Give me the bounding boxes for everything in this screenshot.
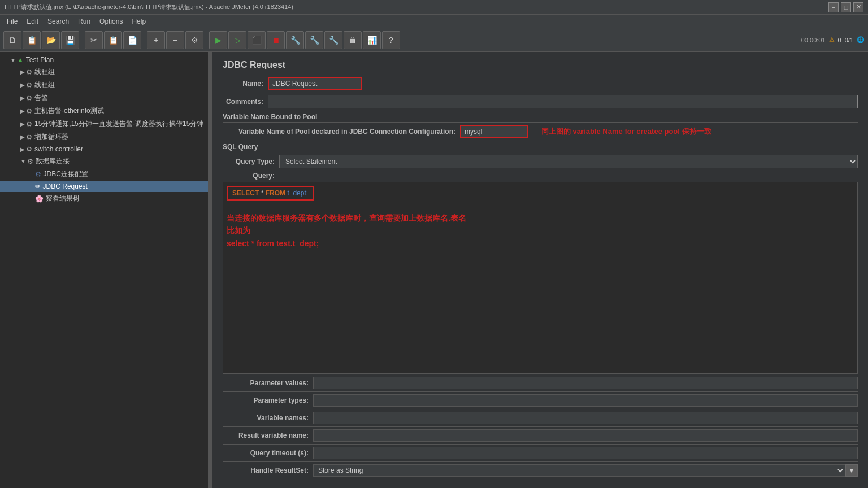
query-label: Query: xyxy=(223,172,279,180)
variable-names-input[interactable] xyxy=(313,412,858,424)
minimize-button[interactable]: − xyxy=(828,2,839,12)
tree-arrow: ▼ xyxy=(20,158,26,164)
toolbar-help[interactable]: ? xyxy=(382,31,400,49)
toolbar-toggle[interactable]: ⚙ xyxy=(185,31,203,49)
tree-icon-host-alarm: ⚙ xyxy=(26,107,32,115)
tree-arrow: ▶ xyxy=(20,82,25,88)
comments-input[interactable] xyxy=(268,95,858,108)
tree-icon-15min: ⚙ xyxy=(26,120,32,128)
close-button[interactable]: ✕ xyxy=(853,2,863,12)
query-section: Query: SELECT * FROM t_dept; 当连接的数据库服务器有… xyxy=(223,172,858,374)
query-type-select[interactable]: Select Statement Update Statement Callab… xyxy=(279,155,858,168)
toolbar-status: 00:00:01 ⚠ 0 0/1 🌐 xyxy=(801,36,865,43)
query-type-row: Query Type: Select Statement Update Stat… xyxy=(223,155,858,168)
tree-label-host-alarm: 主机告警-otherinfo测试 xyxy=(34,106,104,116)
result-var-row: Result variable name: xyxy=(223,426,858,444)
var-bound-section: Variable Name Bound to Pool xyxy=(223,113,858,123)
tree-item-host-alarm[interactable]: ▶ ⚙ 主机告警-otherinfo测试 xyxy=(0,104,208,117)
result-var-input[interactable] xyxy=(313,429,858,442)
menubar: File Edit Search Run Options Help xyxy=(0,15,868,28)
tree-arrow-space2 xyxy=(31,184,34,190)
tree-item-thread2[interactable]: ▶ ⚙ 线程组 xyxy=(0,79,208,91)
handle-resultset-label: Handle ResultSet: xyxy=(223,467,313,474)
toolbar-remote-stop[interactable]: 🔧 xyxy=(305,31,323,49)
pool-var-label: Variable Name of Pool declared in JDBC C… xyxy=(223,128,460,136)
tree-icon-thread1: ⚙ xyxy=(26,68,32,76)
handle-resultset-select[interactable]: Store as String Store as Object Count Re… xyxy=(313,464,845,477)
tree-icon-switch: ⚙ xyxy=(26,145,32,153)
query-timeout-input[interactable] xyxy=(313,447,858,459)
toolbar: 🗋 📋 📂 💾 ✂ 📋 📄 + − ⚙ ▶ ▷ ⬛ ⏹ 🔧 🔧 🔧 🗑 📊 ? … xyxy=(0,28,868,52)
variable-names-label: Variable names: xyxy=(223,414,313,422)
toolbar-stop[interactable]: ⬛ xyxy=(248,31,266,49)
sql-code-box: SELECT * FROM t_dept; xyxy=(227,186,314,201)
tree-label-db: 数据库连接 xyxy=(36,156,70,166)
annotation-line2: 当连接的数据库服务器有多个数据库时，查询需要加上数据库名.表名 xyxy=(227,212,854,224)
tree-arrow: ▶ xyxy=(20,69,25,75)
toolbar-fraction: 0/1 xyxy=(845,37,853,43)
toolbar-remote-start[interactable]: 🔧 xyxy=(286,31,304,49)
comments-row: Comments: xyxy=(223,95,858,108)
name-input[interactable] xyxy=(268,77,362,90)
tree-icon-jdbc-config: ⚙ xyxy=(35,171,41,178)
param-values-input[interactable] xyxy=(313,377,858,389)
toolbar-start-no-pause[interactable]: ▷ xyxy=(228,31,246,49)
tree-icon-testplan: ▲ xyxy=(17,56,24,64)
menu-run[interactable]: Run xyxy=(73,16,95,27)
query-label-row: Query: xyxy=(223,172,858,180)
tree-item-thread1[interactable]: ▶ ⚙ 线程组 xyxy=(0,66,208,79)
tree-item-jdbc-request[interactable]: ✏ JDBC Request xyxy=(0,181,208,192)
toolbar-collapse[interactable]: − xyxy=(166,31,184,49)
tree-label-loop: 增加循环器 xyxy=(34,132,68,142)
menu-edit[interactable]: Edit xyxy=(22,16,43,27)
query-timeout-row: Query timeout (s): xyxy=(223,444,858,461)
tree-icon-loop: ⚙ xyxy=(26,133,32,141)
tree-item-15min[interactable]: ▶ ⚙ 15分钟通知,15分钟一直发送告警-调度器执行操作15分钟 xyxy=(0,117,208,130)
tree-label-alarm: 告警 xyxy=(34,93,48,103)
tree-item-results[interactable]: 🌸 察看结果树 xyxy=(0,192,208,205)
tree-item-jdbc-config[interactable]: ⚙ JDBC连接配置 xyxy=(0,168,208,181)
param-types-label: Parameter types: xyxy=(223,396,313,404)
tree-item-switch[interactable]: ▶ ⚙ switch controller xyxy=(0,143,208,155)
tree-item-test-plan[interactable]: ▼ ▲ Test Plan xyxy=(0,54,208,66)
toolbar-paste[interactable]: 📄 xyxy=(123,31,141,49)
title-text: HTTP请求默认值.jmx (E:\D\apache-jmeter-4.0\bi… xyxy=(5,3,293,11)
toolbar-clear-all[interactable]: 📊 xyxy=(363,31,381,49)
panel-title: JDBC Request xyxy=(223,60,858,70)
tree-arrow: ▶ xyxy=(20,95,25,101)
menu-file[interactable]: File xyxy=(2,16,22,27)
tree-icon-db: ⚙ xyxy=(27,158,33,165)
variable-names-row: Variable names: xyxy=(223,409,858,426)
maximize-button[interactable]: □ xyxy=(841,2,851,12)
param-types-input[interactable] xyxy=(313,394,858,407)
toolbar-clear[interactable]: 🗑 xyxy=(344,31,362,49)
toolbar-cut[interactable]: ✂ xyxy=(85,31,103,49)
toolbar-shutdown[interactable]: ⏹ xyxy=(267,31,285,49)
menu-help[interactable]: Help xyxy=(127,16,150,27)
toolbar-start[interactable]: ▶ xyxy=(209,31,227,49)
param-values-label: Parameter values: xyxy=(223,379,313,387)
toolbar-open[interactable]: 📂 xyxy=(42,31,60,49)
tree-icon-thread2: ⚙ xyxy=(26,81,32,89)
tree-arrow: ▶ xyxy=(20,134,25,140)
tree-label-thread2: 线程组 xyxy=(34,80,55,90)
tree-arrow: ▶ xyxy=(20,121,25,127)
annotation-pool: 同上图的 variable Name for createe pool 保持一致 xyxy=(541,127,711,137)
query-textarea-wrapper: SELECT * FROM t_dept; 当连接的数据库服务器有多个数据库时，… xyxy=(223,182,858,374)
tree-label-jdbc-config: JDBC连接配置 xyxy=(44,169,88,179)
tree-item-alarm[interactable]: ▶ ⚙ 告警 xyxy=(0,91,208,104)
annotation-line3: 比如为 xyxy=(227,224,854,237)
tree-item-loop[interactable]: ▶ ⚙ 增加循环器 xyxy=(0,130,208,143)
toolbar-templates[interactable]: 📋 xyxy=(23,31,41,49)
menu-options[interactable]: Options xyxy=(95,16,127,27)
toolbar-expand[interactable]: + xyxy=(147,31,165,49)
toolbar-remote-exit[interactable]: 🔧 xyxy=(324,31,342,49)
toolbar-save[interactable]: 💾 xyxy=(61,31,79,49)
menu-search[interactable]: Search xyxy=(43,16,73,27)
pool-var-input[interactable] xyxy=(460,125,528,138)
tree-item-db[interactable]: ▼ ⚙ 数据库连接 xyxy=(0,155,208,168)
pool-var-row: Variable Name of Pool declared in JDBC C… xyxy=(223,125,858,138)
toolbar-warning-icon: ⚠ xyxy=(829,36,835,43)
toolbar-new[interactable]: 🗋 xyxy=(3,31,21,49)
toolbar-copy[interactable]: 📋 xyxy=(104,31,122,49)
